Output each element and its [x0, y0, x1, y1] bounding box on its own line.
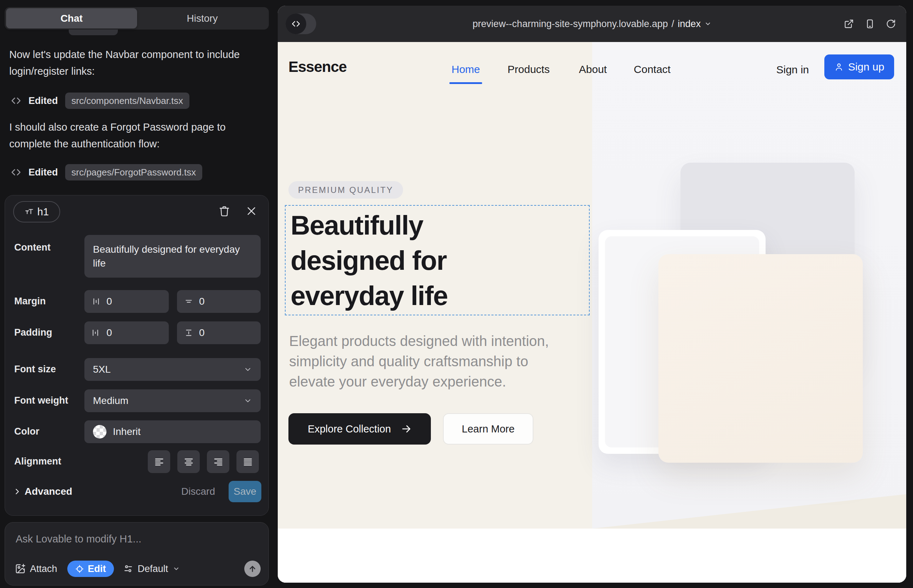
- close-icon[interactable]: [246, 205, 257, 217]
- type-icon: [24, 207, 34, 216]
- url-host: preview--charming-site-symphony.lovable.…: [473, 18, 668, 29]
- color-label: Color: [14, 426, 39, 437]
- chevron-down-icon: [173, 565, 180, 572]
- edit-mode-button[interactable]: Edit: [67, 561, 114, 577]
- margin-horizontal-icon: [92, 297, 101, 306]
- font-size-select[interactable]: 5XL: [84, 358, 261, 381]
- align-right-button[interactable]: [207, 450, 229, 473]
- tab-history[interactable]: History: [137, 7, 267, 29]
- url-bar[interactable]: preview--charming-site-symphony.lovable.…: [278, 6, 906, 42]
- explore-collection-button[interactable]: Explore Collection: [288, 413, 431, 444]
- padding-x-input[interactable]: 0: [84, 321, 169, 344]
- code-icon: [11, 95, 21, 106]
- margin-vertical-icon: [184, 297, 193, 306]
- nav-link-home[interactable]: Home: [449, 63, 482, 76]
- primary-cta-label: Explore Collection: [308, 423, 391, 435]
- attach-image-icon: [15, 564, 26, 574]
- padding-x-value: 0: [107, 327, 112, 339]
- font-weight-value: Medium: [93, 395, 129, 407]
- color-select[interactable]: Inherit: [84, 420, 261, 443]
- decorative-card-cream: [659, 254, 863, 463]
- tab-chat-label: Chat: [60, 13, 83, 24]
- selected-element-tag: h1: [13, 201, 60, 223]
- sliders-icon: [123, 564, 133, 574]
- scrolled-message-peek: [69, 29, 118, 35]
- refresh-icon[interactable]: [886, 19, 896, 29]
- user-icon: [834, 62, 843, 71]
- next-section: [278, 528, 906, 583]
- margin-x-value: 0: [107, 296, 112, 307]
- tab-chat[interactable]: Chat: [6, 8, 137, 29]
- hero-description: Elegant products designed with intention…: [289, 331, 574, 392]
- padding-y-input[interactable]: 0: [177, 321, 261, 344]
- panel-footer: Advanced Discard Save: [13, 481, 261, 502]
- font-weight-label: Font weight: [14, 395, 68, 406]
- color-value: Inherit: [113, 426, 141, 438]
- nav-link-about[interactable]: About: [577, 63, 609, 76]
- tag-name: h1: [37, 206, 49, 218]
- composer-input[interactable]: [16, 533, 247, 545]
- site-preview: Essence Home Products About Contact Sign…: [278, 42, 906, 583]
- font-size-label: Font size: [14, 364, 56, 375]
- margin-x-input[interactable]: 0: [84, 290, 169, 313]
- preview-frame: preview--charming-site-symphony.lovable.…: [278, 6, 906, 583]
- mobile-view-icon[interactable]: [865, 19, 875, 29]
- padding-horizontal-icon: [92, 328, 101, 338]
- sidebar-tabs: Chat History: [5, 7, 269, 29]
- code-icon: [11, 167, 21, 178]
- alignment-buttons: [148, 450, 259, 473]
- margin-label: Margin: [14, 296, 46, 307]
- edited-label: Edited: [29, 167, 58, 178]
- mode-selector[interactable]: Default: [123, 564, 180, 575]
- chat-composer: Attach Edit Default: [5, 522, 269, 585]
- preview-chrome: preview--charming-site-symphony.lovable.…: [278, 6, 906, 42]
- learn-more-button[interactable]: Learn More: [443, 413, 533, 444]
- attach-label: Attach: [30, 564, 57, 575]
- sign-up-button[interactable]: Sign up: [824, 55, 894, 79]
- hero-title[interactable]: Beautifully designed for everyday life: [286, 206, 589, 313]
- content-label: Content: [14, 242, 50, 253]
- alignment-label: Alignment: [14, 456, 61, 467]
- arrow-right-icon: [401, 423, 412, 434]
- url-separator: /: [672, 18, 674, 29]
- padding-label: Padding: [14, 327, 52, 338]
- padding-vertical-icon: [184, 328, 193, 338]
- edited-file-row[interactable]: Edited src/components/Navbar.tsx: [11, 92, 189, 109]
- content-textarea[interactable]: Beautifully designed for everyday life: [84, 235, 261, 278]
- hero-badge: PREMIUM QUALITY: [288, 181, 403, 199]
- assistant-message: I should also create a Forgot Password p…: [9, 119, 251, 152]
- attach-button[interactable]: Attach: [15, 564, 57, 575]
- assistant-message: Now let's update the Navbar component to…: [9, 46, 251, 80]
- advanced-label: Advanced: [24, 486, 72, 497]
- composer-toolbar: Attach Edit Default: [15, 560, 261, 577]
- chevron-down-icon: [244, 365, 252, 374]
- color-swatch: [93, 425, 107, 438]
- save-button[interactable]: Save: [228, 481, 261, 502]
- file-chip[interactable]: src/components/Navbar.tsx: [65, 92, 190, 109]
- nav-link-contact[interactable]: Contact: [630, 63, 674, 76]
- discard-button[interactable]: Discard: [181, 486, 215, 497]
- margin-y-input[interactable]: 0: [177, 290, 261, 313]
- file-chip[interactable]: src/pages/ForgotPassword.tsx: [65, 164, 202, 181]
- edited-file-row[interactable]: Edited src/pages/ForgotPassword.tsx: [11, 164, 202, 181]
- align-justify-button[interactable]: [236, 450, 259, 473]
- advanced-toggle[interactable]: Advanced: [13, 486, 72, 497]
- element-editor-panel: h1 Content Beautifully designed for ever…: [5, 195, 269, 516]
- font-weight-select[interactable]: Medium: [84, 389, 261, 412]
- site-logo[interactable]: Essence: [288, 58, 346, 76]
- nav-link-products[interactable]: Products: [505, 63, 552, 76]
- chat-sidebar: Chat History Now let's update the Navbar…: [0, 0, 274, 588]
- align-left-button[interactable]: [148, 450, 170, 473]
- font-size-value: 5XL: [93, 364, 111, 375]
- open-external-icon[interactable]: [844, 19, 854, 29]
- url-page[interactable]: index: [678, 18, 701, 29]
- sign-in-link[interactable]: Sign in: [776, 64, 809, 76]
- target-icon: [75, 564, 84, 573]
- send-button[interactable]: [244, 561, 261, 577]
- chevron-down-icon: [244, 396, 252, 405]
- delete-element-icon[interactable]: [219, 205, 230, 217]
- tab-history-label: History: [186, 13, 218, 24]
- align-center-button[interactable]: [177, 450, 200, 473]
- selected-element-outline[interactable]: Beautifully designed for everyday life: [285, 205, 590, 315]
- sign-up-label: Sign up: [848, 61, 884, 73]
